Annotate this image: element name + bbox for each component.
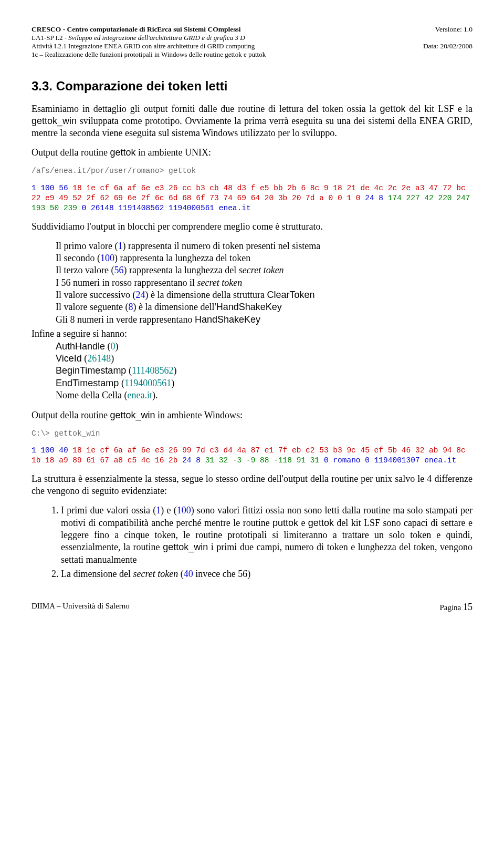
header-subtitle: LA1-SP I.2 - Sviluppo ed integrazione de… xyxy=(32,34,423,42)
list-item: Il terzo valore (56) rappresenta la lung… xyxy=(56,264,472,276)
li-text: Il terzo valore ( xyxy=(56,265,114,275)
li-num: 56 xyxy=(114,265,123,275)
list-item: Il primo valore (1) rappresenta il numer… xyxy=(56,240,472,252)
bullet-list-2: AuthHandle (0) ViceId (26148) BeginTimes… xyxy=(56,341,472,402)
gettokwin-token2: gettok_win xyxy=(110,410,155,420)
list-item: ViceId (26148) xyxy=(56,353,472,365)
cmd-unix: /afs/enea.it/por/user/romano> gettok xyxy=(32,166,472,176)
li-text: La dimensione del xyxy=(61,569,133,579)
li-text: I 56 numeri in rosso rappresentano il xyxy=(56,277,197,288)
gettok-token: gettok xyxy=(380,104,405,114)
li-sans: puttok xyxy=(272,518,298,528)
doc-footer: DIIMA – Università di Salerno Pagina 15 xyxy=(32,602,472,613)
para-out-win-c: in ambiente Windows: xyxy=(155,410,243,420)
para-intro: Esaminiamo in dettaglio gli output forni… xyxy=(32,103,472,139)
li-num: 0 xyxy=(111,341,116,352)
output-unix: 1 100 56 18 1e cf 6a af 6e e3 26 cc b3 c… xyxy=(32,183,472,213)
li-text: ( xyxy=(105,341,111,352)
li-num: 100 xyxy=(100,253,114,263)
li-text: ) xyxy=(116,341,119,352)
cmd-win-line: C:\> gettok_win xyxy=(32,429,100,438)
li-text: ) xyxy=(171,378,174,388)
para-out-unix-c: in ambiente UNIX: xyxy=(136,147,211,158)
li-num: 100 xyxy=(177,505,191,515)
li-num: 26148 xyxy=(87,353,111,364)
infine-line: Infine a seguire si hanno: xyxy=(32,328,472,340)
header-activity: Attività I.2.1 Integrazione ENEA GRID co… xyxy=(32,42,423,50)
li-text: Il secondo ( xyxy=(56,253,100,263)
li-text: ) xyxy=(111,353,114,364)
header-left: CRESCO - Centro computazionale di RicErc… xyxy=(32,25,423,59)
li-num: 1 xyxy=(156,505,161,515)
section-title: 3.3. Comparazione dei token letti xyxy=(32,79,472,94)
bullet-list: Il primo valore (1) rappresenta il numer… xyxy=(56,240,472,326)
output-win: 1 100 40 18 1e cf 6a af 6e e3 26 99 7d c… xyxy=(32,446,472,466)
footer-page-label: Pagina xyxy=(439,603,461,612)
li-text: ( xyxy=(119,378,124,388)
out2-hsk: 31 32 -3 -9 88 -118 91 31 xyxy=(205,456,320,465)
para-split: Suddividiamo l'output in blocchi per com… xyxy=(32,221,472,233)
para-intro-a: Esaminiamo in dettaglio gli output forni… xyxy=(32,104,380,114)
header-date: Data: 20/02/2008 xyxy=(423,42,472,50)
li-sans: EndTimestamp xyxy=(56,378,119,388)
gettokwin-token: gettok_win xyxy=(32,116,77,126)
li-text: ( xyxy=(82,353,88,364)
li-text: invece che 56) xyxy=(193,569,250,579)
list-item: I primi due valori ossia (1) e (100) son… xyxy=(61,504,472,566)
li-text: Il valore seguente ( xyxy=(56,302,128,312)
list-item: EndTimestamp (1194000561) xyxy=(56,377,472,389)
li-sans: BeginTimestamp xyxy=(56,365,126,376)
list-item: AuthHandle (0) xyxy=(56,341,472,353)
li-text: e xyxy=(298,518,308,528)
li-sans: ViceId xyxy=(56,353,82,364)
para-out-unix: Output della routine gettok in ambiente … xyxy=(32,147,472,159)
li-text: ) rappresenta il numero di token present… xyxy=(122,241,320,251)
doc-header: CRESCO - Centro computazionale di RicErc… xyxy=(32,25,472,59)
footer-right: Pagina 15 xyxy=(439,602,472,613)
para-out-win-a: Output della routine xyxy=(32,410,110,420)
list-item: Il valore successivo (24) è la dimension… xyxy=(56,289,472,301)
li-text: ) xyxy=(174,365,177,376)
li-num: 24 xyxy=(135,290,145,300)
li-sans: gettok xyxy=(308,518,334,528)
li-sans: HandShakeKey xyxy=(216,302,282,312)
li-num: enea.it xyxy=(127,390,152,400)
li-sans: ClearToken xyxy=(267,290,314,300)
header-title: CRESCO - Centro computazionale di RicErc… xyxy=(32,25,423,34)
li-text: ) e ( xyxy=(161,505,177,515)
header-desc: 1c – Realizzazione delle funzioni protot… xyxy=(32,50,423,59)
li-num: 111408562 xyxy=(132,365,174,376)
para-intro-c: del kit LSF e la xyxy=(405,104,472,114)
list-item: La dimensione del secret token (40 invec… xyxy=(61,568,472,580)
li-text: ). xyxy=(152,390,158,400)
para-intro-e: sviluppata come prototipo. Ovviamente la… xyxy=(32,116,472,138)
li-italic: secret token xyxy=(239,265,284,275)
cmd-unix-line: /afs/enea.it/por/user/romano> gettok xyxy=(32,167,196,175)
header-right: Versione: 1.0 Data: 20/02/2008 xyxy=(423,25,472,59)
list-item: Gli 8 numeri in verde rappresentano Hand… xyxy=(56,314,472,326)
li-sans: gettok_win xyxy=(163,542,208,552)
list-item: BeginTimestamp (111408562) xyxy=(56,365,472,377)
numbered-list: I primi due valori ossia (1) e (100) son… xyxy=(32,504,472,580)
li-text: ) rappresenta la lunghezza del token xyxy=(114,253,250,263)
li-text: ) è la dimensione dell' xyxy=(133,302,216,312)
list-item: Nome della Cella (enea.it). xyxy=(56,389,472,401)
li-text: Il valore successivo ( xyxy=(56,290,135,300)
li-text: ) rappresenta la lunghezza del xyxy=(123,265,238,275)
out1-tail: 0 26148 1191408562 1194000561 enea.it xyxy=(77,204,251,212)
list-item: Il secondo (100) rappresenta la lunghezz… xyxy=(56,252,472,264)
out1-mid: 24 8 xyxy=(361,194,388,202)
footer-left: DIIMA – Università di Salerno xyxy=(32,602,130,613)
out1-nums: 1 100 56 xyxy=(32,184,72,192)
li-italic: secret token xyxy=(133,569,178,579)
para-out-unix-a: Output della routine xyxy=(32,147,110,158)
footer-page-num: 15 xyxy=(463,602,472,612)
li-text: I primi due valori ossia ( xyxy=(61,505,156,515)
gettok-token2: gettok xyxy=(110,147,135,158)
li-text: Gli 8 numeri in verde rappresentano xyxy=(56,314,195,325)
li-text: ) è la dimensione della struttura xyxy=(145,290,267,300)
out2-mid: 24 8 xyxy=(177,456,205,465)
li-text: Nome della Cella ( xyxy=(56,390,127,400)
header-sub-prefix: LA1-SP I.2 - xyxy=(32,34,68,42)
para-out-win: Output della routine gettok_win in ambie… xyxy=(32,409,472,421)
